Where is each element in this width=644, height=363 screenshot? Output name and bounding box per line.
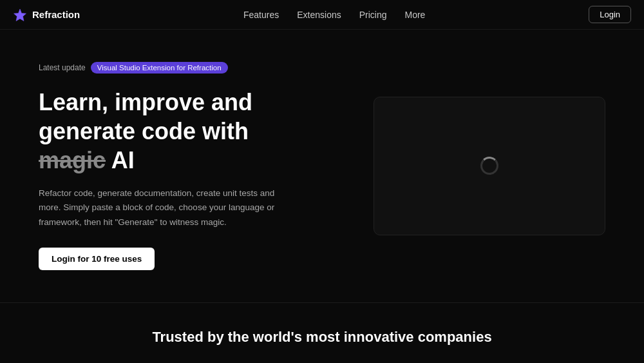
- hero-section: Latest update Visual Studio Extension fo…: [0, 30, 644, 302]
- video-player: [374, 97, 605, 235]
- hero-title-line1: Learn, improve and: [39, 89, 252, 115]
- update-badge: Latest update Visual Studio Extension fo…: [39, 62, 309, 74]
- brand-logo[interactable]: Refraction: [13, 8, 80, 22]
- loading-spinner: [480, 157, 498, 175]
- star-icon: [13, 8, 27, 22]
- hero-description: Refactor code, generate documentation, c…: [39, 186, 283, 230]
- hero-title-strikethrough: magic: [39, 147, 106, 173]
- hero-title-ai: AI: [106, 147, 135, 173]
- login-button[interactable]: Login: [589, 6, 631, 23]
- nav-link-extensions[interactable]: Extensions: [297, 10, 341, 20]
- svg-marker-0: [14, 9, 26, 21]
- nav-link-features[interactable]: Features: [243, 10, 279, 20]
- nav-link-pricing[interactable]: Pricing: [359, 10, 387, 20]
- nav-links: Features Extensions Pricing More: [243, 10, 425, 20]
- navbar: Refraction Features Extensions Pricing M…: [0, 0, 644, 30]
- navbar-actions: Login: [589, 6, 631, 23]
- hero-media: [361, 97, 605, 235]
- nav-link-more[interactable]: More: [405, 10, 426, 20]
- hero-content: Latest update Visual Studio Extension fo…: [39, 62, 309, 270]
- hero-title-line2: generate code with: [39, 118, 249, 144]
- trusted-section: Trusted by the world's most innovative c…: [0, 303, 644, 363]
- badge-label: Latest update: [39, 63, 86, 72]
- badge-pill[interactable]: Visual Studio Extension for Refraction: [91, 62, 228, 74]
- hero-title: Learn, improve and generate code with ma…: [39, 88, 309, 175]
- brand-name: Refraction: [32, 9, 80, 20]
- trusted-title: Trusted by the world's most innovative c…: [39, 329, 605, 346]
- cta-button[interactable]: Login for 10 free uses: [39, 248, 155, 270]
